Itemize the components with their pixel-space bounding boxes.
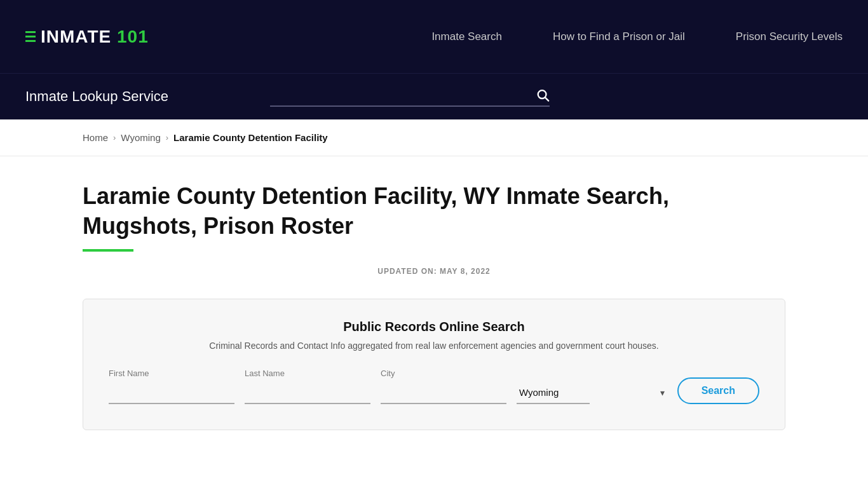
- search-icon-button[interactable]: [536, 88, 550, 105]
- nav-how-to-find[interactable]: How to Find a Prison or Jail: [553, 30, 685, 43]
- breadcrumb-home[interactable]: Home: [83, 132, 108, 143]
- city-input[interactable]: [381, 382, 506, 404]
- search-form: First Name Last Name City Wyoming Alabam…: [109, 369, 759, 404]
- first-name-input[interactable]: [109, 382, 234, 404]
- search-box-subtitle: Criminal Records and Contact Info aggreg…: [109, 341, 759, 351]
- first-name-label: First Name: [109, 369, 234, 378]
- city-label: City: [381, 369, 506, 378]
- last-name-field: Last Name: [245, 369, 370, 404]
- logo[interactable]: INMATE 101: [25, 27, 149, 47]
- search-box-title: Public Records Online Search: [109, 320, 759, 334]
- search-icon: [536, 88, 550, 102]
- logo-bars-icon: [25, 31, 36, 42]
- search-section-label: Inmate Lookup Service: [25, 88, 168, 105]
- breadcrumb-chevron-2: ›: [166, 133, 168, 142]
- state-select[interactable]: Wyoming Alabama Alaska Arizona Arkansas …: [517, 382, 590, 404]
- nav-links: Inmate Search How to Find a Prison or Ja…: [431, 30, 843, 43]
- last-name-label: Last Name: [245, 369, 370, 378]
- page-title: Laramie County Detention Facility, WY In…: [83, 182, 785, 241]
- first-name-field: First Name: [109, 369, 234, 404]
- main-content: Laramie County Detention Facility, WY In…: [0, 156, 868, 456]
- public-records-search-box: Public Records Online Search Criminal Re…: [83, 299, 785, 430]
- logo-text: INMATE 101: [41, 27, 149, 47]
- breadcrumb-current: Laramie County Detention Facility: [173, 132, 328, 143]
- search-section: Inmate Lookup Service: [0, 73, 868, 119]
- last-name-input[interactable]: [245, 382, 370, 404]
- updated-date: UPDATED ON: MAY 8, 2022: [83, 267, 785, 276]
- svg-point-0: [538, 90, 546, 98]
- search-input-wrapper: [270, 86, 550, 107]
- title-underline: [83, 249, 133, 252]
- top-navigation: INMATE 101 Inmate Search How to Find a P…: [0, 0, 868, 73]
- svg-line-1: [546, 98, 549, 101]
- state-field: Wyoming Alabama Alaska Arizona Arkansas …: [517, 369, 667, 404]
- nav-security-levels[interactable]: Prison Security Levels: [736, 30, 843, 43]
- breadcrumb-chevron-1: ›: [113, 133, 116, 142]
- breadcrumb-state[interactable]: Wyoming: [121, 132, 160, 143]
- state-select-wrapper: Wyoming Alabama Alaska Arizona Arkansas …: [517, 382, 667, 404]
- breadcrumb-section: Home › Wyoming › Laramie County Detentio…: [0, 119, 868, 156]
- breadcrumb: Home › Wyoming › Laramie County Detentio…: [83, 132, 785, 143]
- nav-inmate-search[interactable]: Inmate Search: [431, 30, 502, 43]
- city-field: City: [381, 369, 506, 404]
- search-button[interactable]: Search: [677, 377, 759, 404]
- search-input[interactable]: [270, 86, 550, 107]
- state-label: [517, 369, 667, 378]
